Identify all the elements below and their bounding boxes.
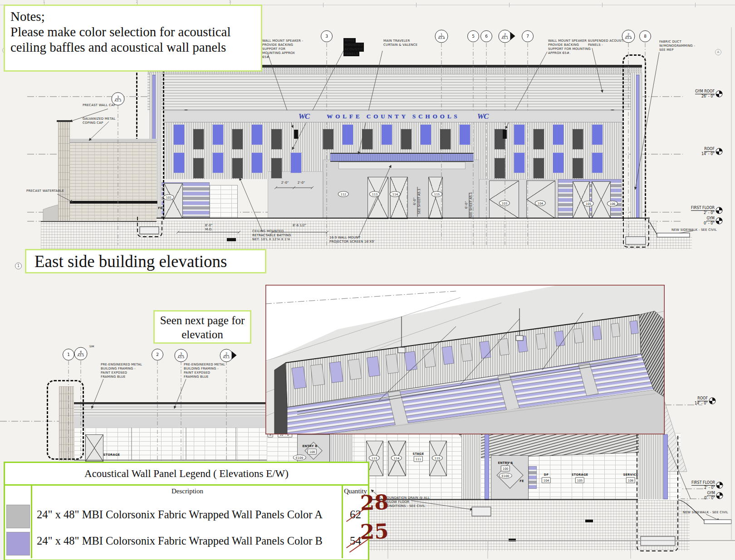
- ruler-tick: [416, 3, 416, 7]
- elevation-title-box: East side building elevations: [25, 249, 266, 273]
- ruler-number: 3: [229, 0, 231, 4]
- legend-description-rows: 24" x 48" MBI Colorsonix Fabric Wrapped …: [37, 502, 338, 554]
- legend-swatch-color-b: [6, 532, 30, 555]
- legend-row-description: 24" x 48" MBI Colorsonix Fabric Wrapped …: [37, 528, 338, 554]
- acoustical-panel-legend: Acoustical Wall Panel Legend ( Elevation…: [4, 462, 369, 560]
- drawing-sheet: WALL MOUNT SPEAKER - PROVIDE BACKING SUP…: [0, 0, 735, 560]
- wc-logo-left: WC: [299, 112, 309, 121]
- notes-line-1: Notes;: [10, 9, 255, 24]
- notes-line-2: Please make color selection for acoustic…: [10, 24, 255, 39]
- ruler-tick: [695, 3, 696, 7]
- next-page-note-box: Seen next page for elevation: [153, 310, 251, 344]
- legend-swatch-color-a: [6, 505, 30, 528]
- ruler-number: 1: [43, 0, 45, 4]
- sheet-row-letter: A: [715, 49, 721, 55]
- legend-description-header: Description: [37, 487, 338, 495]
- next-page-line-2: elevation: [155, 327, 250, 341]
- ruler-tick: [509, 3, 510, 7]
- legend-row-description: 24" x 48" MBI Colorsonix Fabric Wrapped …: [37, 502, 338, 528]
- quantity-revised-handwritten: 28: [360, 492, 389, 513]
- legend-swatch-column: [5, 486, 32, 558]
- view-number-marker: 1: [15, 263, 22, 269]
- legend-quantity-rows: 62285425: [343, 502, 368, 554]
- legend-row-quantity: 5425: [343, 528, 368, 554]
- quantity-revised-handwritten: 25: [360, 521, 389, 542]
- ruler-tick: [323, 3, 323, 7]
- notes-line-3: ceiling baffles and acoustical wall pane…: [10, 39, 255, 55]
- building-sign-band: WC WOLFE COUNTY SCHOOLS WC: [164, 110, 622, 122]
- next-page-line-1: Seen next page for: [155, 313, 250, 327]
- sign-text: WOLFE COUNTY SCHOOLS: [327, 113, 460, 120]
- notes-box: Notes; Please make color selection for a…: [4, 5, 262, 72]
- wc-logo-right: WC: [477, 112, 488, 121]
- ruler-number: 2: [136, 0, 138, 4]
- legend-title: Acoustical Wall Panel Legend ( Elevation…: [5, 463, 368, 486]
- ruler-tick: [602, 3, 603, 7]
